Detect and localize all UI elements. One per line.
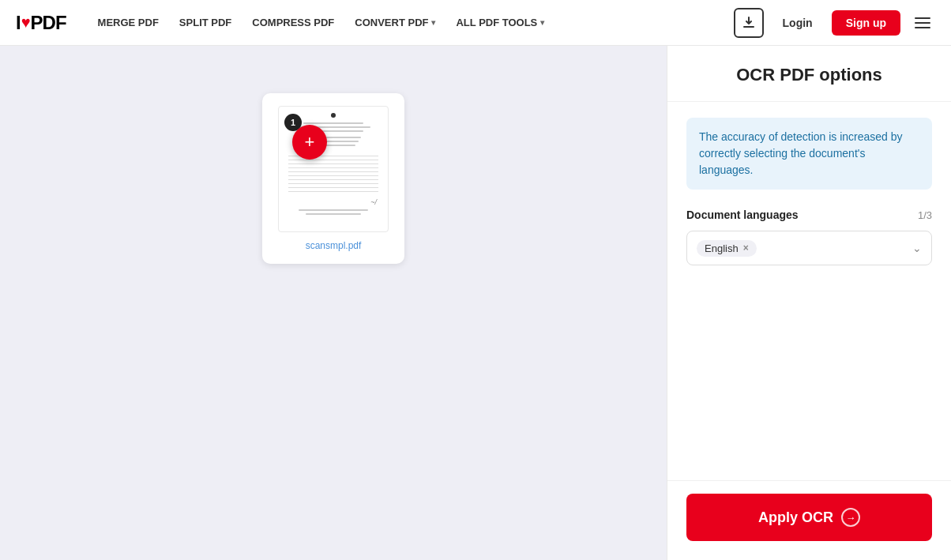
- section-label: Document languages: [686, 209, 799, 221]
- left-panel: 1 + ~/: [0, 46, 667, 560]
- logo-heart: ♥: [21, 13, 30, 32]
- preview-body-text: [288, 152, 378, 192]
- chevron-down-icon: ▾: [540, 18, 544, 27]
- remove-language-button[interactable]: ×: [743, 242, 749, 254]
- info-text: The accuracy of detection is increased b…: [699, 129, 919, 179]
- panel-header: OCR PDF options: [667, 46, 951, 102]
- arrow-circle-icon: →: [841, 508, 860, 527]
- language-tags: English ×: [697, 240, 906, 257]
- apply-button-wrapper: Apply OCR →: [667, 480, 951, 560]
- hamburger-menu-button[interactable]: [910, 10, 935, 36]
- panel-title: OCR PDF options: [686, 65, 932, 85]
- apply-ocr-button[interactable]: Apply OCR →: [686, 494, 932, 541]
- right-panel: OCR PDF options The accuracy of detectio…: [667, 46, 951, 560]
- add-file-button[interactable]: +: [292, 125, 327, 160]
- nav-item-split[interactable]: SPLIT PDF: [171, 12, 239, 33]
- info-box: The accuracy of detection is increased b…: [686, 118, 932, 190]
- nav-item-convert[interactable]: CONVERT PDF ▾: [347, 12, 443, 33]
- logo[interactable]: I♥PDF: [16, 12, 66, 34]
- language-select-dropdown[interactable]: English × ⌄: [686, 231, 932, 265]
- language-tag-english: English ×: [697, 240, 757, 257]
- nav-item-merge[interactable]: MERGE PDF: [90, 12, 167, 33]
- file-name: scansmpl.pdf: [306, 240, 362, 251]
- signup-button[interactable]: Sign up: [832, 10, 900, 36]
- header-right: Login Sign up: [734, 8, 935, 38]
- panel-content: The accuracy of detection is increased b…: [667, 102, 951, 480]
- chevron-down-icon: ⌄: [912, 242, 922, 254]
- login-button[interactable]: Login: [773, 12, 822, 34]
- main-content: 1 + ~/: [0, 46, 951, 560]
- nav-item-all-tools[interactable]: ALL PDF TOOLS ▾: [448, 12, 552, 33]
- header: I♥PDF MERGE PDF SPLIT PDF COMPRESS PDF C…: [0, 0, 951, 46]
- svg-rect-0: [743, 26, 754, 28]
- nav-item-compress[interactable]: COMPRESS PDF: [244, 12, 342, 33]
- preview-footer-lines: [284, 209, 383, 215]
- preview-dot: [331, 113, 336, 118]
- section-count: 1/3: [918, 209, 932, 221]
- top-nav: MERGE PDF SPLIT PDF COMPRESS PDF CONVERT…: [90, 12, 734, 33]
- preview-signature: ~/: [370, 198, 377, 206]
- logo-pdf: PDF: [31, 12, 66, 34]
- section-header: Document languages 1/3: [686, 209, 932, 221]
- chevron-down-icon: ▾: [431, 18, 435, 27]
- apply-ocr-label: Apply OCR: [758, 509, 833, 526]
- language-tag-label: English: [705, 242, 739, 254]
- file-card: ~/ scansmpl.pdf: [262, 93, 404, 264]
- download-icon[interactable]: [734, 8, 764, 38]
- logo-i: I: [16, 12, 21, 34]
